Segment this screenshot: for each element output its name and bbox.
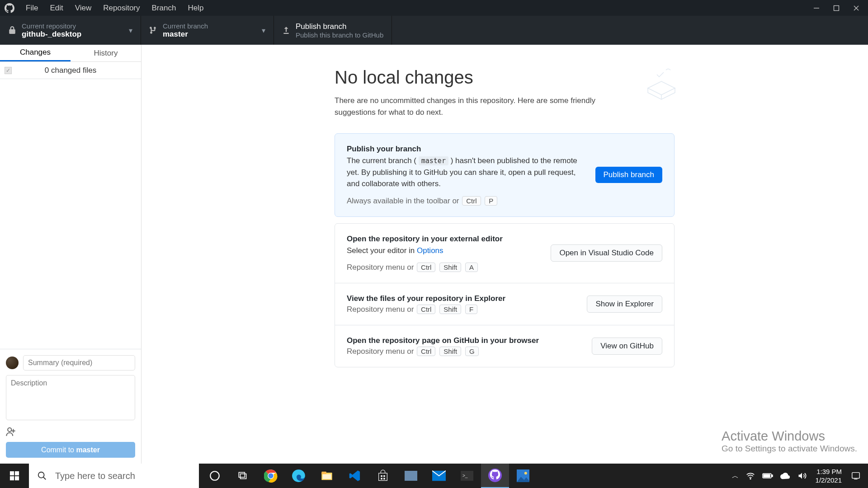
github-card-hint: Repository menu or Ctrl Shift G: [347, 347, 583, 356]
current-repository-selector[interactable]: Current repository github-_desktop ▾: [0, 16, 141, 45]
start-button[interactable]: [0, 464, 29, 488]
vscode-icon[interactable]: [341, 464, 369, 488]
open-in-editor-button[interactable]: Open in Visual Studio Code: [551, 244, 662, 262]
task-view-icon[interactable]: [229, 464, 257, 488]
svg-rect-15: [241, 474, 246, 479]
lock-icon: [8, 26, 16, 34]
branch-label: Current branch: [163, 22, 208, 30]
menu-edit[interactable]: Edit: [44, 4, 69, 13]
battery-icon[interactable]: [759, 473, 777, 479]
publish-card-desc: The current branch ( master ) hasn't bee…: [347, 155, 586, 190]
menu-view[interactable]: View: [69, 4, 98, 13]
svg-rect-25: [381, 478, 382, 480]
window-maximize-icon[interactable]: [833, 5, 840, 12]
window-close-icon[interactable]: [853, 5, 860, 12]
current-branch-selector[interactable]: Current branch master ▾: [141, 16, 274, 45]
cortana-icon[interactable]: [201, 464, 229, 488]
tab-history[interactable]: History: [71, 45, 141, 61]
commit-button[interactable]: Commit to master: [6, 442, 135, 458]
windows-taskbar: Type here to search >_ ︿ 1:39 PM 1/2/202…: [0, 464, 868, 488]
repo-toolbar: Current repository github-_desktop ▾ Cur…: [0, 16, 868, 45]
add-coauthor-icon[interactable]: [6, 427, 135, 436]
git-branch-icon: [149, 26, 157, 34]
edge-icon[interactable]: [285, 464, 313, 488]
explorer-card-hint: Repository menu or Ctrl Shift F: [347, 305, 578, 314]
editor-card-desc: Select your editor in Options: [347, 245, 542, 257]
menu-help[interactable]: Help: [182, 4, 209, 13]
onedrive-icon[interactable]: [777, 472, 794, 479]
github-card-title: Open the repository page on GitHub in yo…: [347, 336, 583, 345]
svg-rect-27: [405, 471, 417, 481]
svg-rect-22: [379, 473, 387, 480]
svg-text:>_: >_: [462, 473, 468, 478]
svg-point-33: [524, 472, 527, 474]
changed-files-header: ✓ 0 changed files: [0, 62, 141, 79]
menu-file[interactable]: File: [20, 4, 44, 13]
upload-icon: [282, 26, 290, 34]
photos-icon[interactable]: [509, 464, 537, 488]
repo-label: Current repository: [22, 22, 81, 30]
svg-rect-36: [772, 475, 773, 477]
publish-card-hint: Always available in the toolbar or Ctrl …: [347, 196, 586, 206]
suggestions-card: Open the repository in your external edi…: [335, 223, 675, 368]
editor-card-hint: Repository menu or Ctrl Shift A: [347, 263, 542, 272]
svg-point-13: [210, 471, 219, 480]
changed-files-count: 0 changed files: [5, 66, 137, 75]
file-explorer-icon[interactable]: [313, 464, 341, 488]
mail-icon[interactable]: [425, 464, 453, 488]
publish-subtitle: Publish this branch to GitHub: [296, 31, 383, 39]
publish-branch-button[interactable]: Publish branch Publish this branch to Gi…: [274, 16, 392, 45]
explorer-card-title: View the files of your repository in Exp…: [347, 294, 578, 303]
svg-rect-7: [10, 471, 14, 475]
page-title: No local changes: [335, 67, 868, 88]
taskbar-search[interactable]: Type here to search: [29, 464, 199, 488]
search-icon: [37, 471, 47, 481]
svg-rect-24: [383, 475, 385, 477]
volume-icon[interactable]: [794, 471, 810, 480]
generic-app-icon[interactable]: [397, 464, 425, 488]
svg-rect-1: [834, 5, 839, 10]
search-placeholder: Type here to search: [55, 471, 135, 481]
tab-changes[interactable]: Changes: [0, 45, 71, 61]
main-content: No local changes There are no uncommitte…: [142, 45, 868, 464]
svg-rect-23: [381, 475, 382, 477]
commit-description-input[interactable]: [6, 375, 135, 420]
repo-name: github-_desktop: [22, 30, 81, 39]
commit-form: Commit to master: [0, 349, 141, 464]
publish-title: Publish branch: [296, 22, 383, 31]
taskbar-clock[interactable]: 1:39 PM 1/2/2021: [810, 467, 847, 485]
window-minimize-icon[interactable]: [813, 5, 820, 12]
package-illustration-icon: [643, 66, 679, 102]
terminal-icon[interactable]: >_: [453, 464, 481, 488]
svg-rect-9: [10, 476, 14, 480]
svg-rect-26: [383, 478, 385, 480]
tray-chevron-icon[interactable]: ︿: [728, 472, 742, 480]
publish-branch-action-button[interactable]: Publish branch: [595, 167, 662, 183]
svg-rect-37: [764, 474, 770, 477]
store-icon[interactable]: [369, 464, 397, 488]
wifi-icon[interactable]: [742, 471, 759, 480]
view-on-github-button[interactable]: View on GitHub: [592, 338, 662, 355]
svg-point-4: [8, 428, 11, 432]
show-in-explorer-button[interactable]: Show in Explorer: [587, 296, 662, 313]
github-desktop-taskbar-icon[interactable]: [481, 464, 509, 488]
windows-activation-watermark: Activate Windows Go to Settings to activ…: [722, 429, 857, 454]
page-subtitle: There are no uncommitted changes in this…: [335, 95, 615, 118]
svg-line-12: [43, 477, 46, 480]
svg-rect-10: [15, 476, 19, 480]
svg-rect-38: [852, 473, 860, 479]
chevron-down-icon: ▾: [262, 26, 265, 35]
menu-repository[interactable]: Repository: [97, 4, 146, 13]
chrome-icon[interactable]: [257, 464, 285, 488]
menu-branch[interactable]: Branch: [146, 4, 182, 13]
system-tray: ︿ 1:39 PM 1/2/2021: [728, 464, 868, 488]
left-sidebar: Changes History ✓ 0 changed files Commit…: [0, 45, 142, 464]
svg-rect-20: [321, 472, 326, 474]
editor-card-title: Open the repository in your external edi…: [347, 235, 542, 244]
notifications-icon[interactable]: [847, 471, 864, 481]
svg-rect-8: [15, 471, 19, 475]
options-link[interactable]: Options: [417, 246, 443, 255]
svg-point-11: [38, 472, 44, 478]
commit-summary-input[interactable]: [23, 355, 135, 371]
svg-rect-14: [239, 472, 245, 477]
